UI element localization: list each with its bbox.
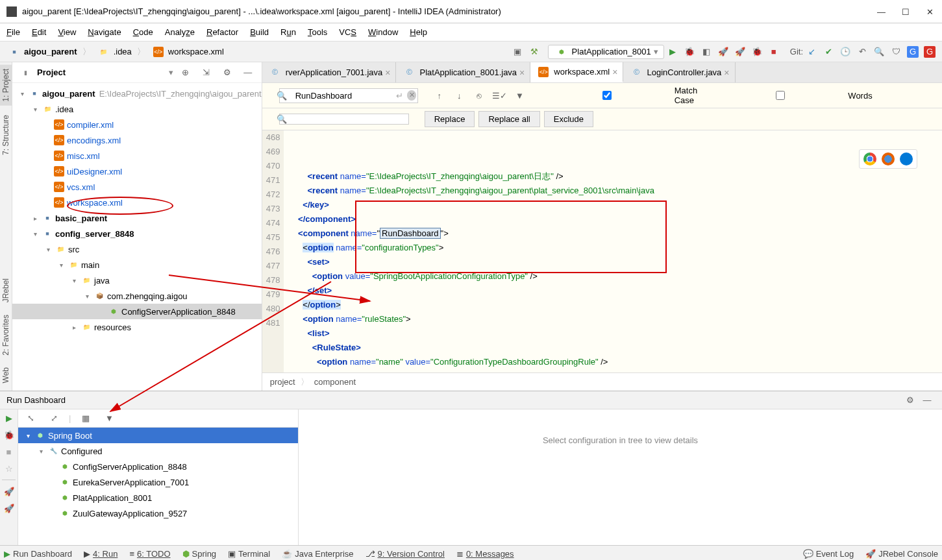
menu-edit[interactable]: Edit xyxy=(32,27,46,37)
dash-configured[interactable]: ▾🔧 Configured xyxy=(18,443,298,459)
regex-checkbox[interactable]: Regex xyxy=(883,91,942,101)
tree-file[interactable]: </>workspace.xml xyxy=(12,195,262,210)
btab-java-ee[interactable]: ☕ Java Enterprise xyxy=(282,549,353,559)
toggle-icon[interactable]: ▣ xyxy=(512,46,523,58)
menu-run[interactable]: Run xyxy=(280,27,296,37)
project-tree[interactable]: ▾■ aigou_parentE:\IdeaProjects\IT_zhengq… xyxy=(12,83,262,391)
hide-icon[interactable]: — xyxy=(242,67,254,79)
dash-root[interactable]: ▾⬢ Spring Boot xyxy=(18,428,298,443)
minimize-button[interactable]: — xyxy=(877,7,886,16)
chevron-down-icon[interactable]: ▾ xyxy=(169,67,173,77)
editor-tab[interactable]: ⒸPlatApplication_8001.java× xyxy=(396,62,530,82)
git-revert-icon[interactable]: ↶ xyxy=(856,46,868,58)
profile-icon[interactable]: 🚀 xyxy=(717,46,729,58)
code-content[interactable]: <recent name="E:\IdeaProjects\IT_zhengqi… xyxy=(284,130,942,372)
tree-basic-parent[interactable]: ▸■basic_parent xyxy=(12,210,262,226)
ide-settings-icon[interactable]: 🛡 xyxy=(890,46,902,58)
crumb-project[interactable]: project xyxy=(270,377,295,387)
dash-app[interactable]: ⬢PlatApplication_8001 xyxy=(18,490,298,505)
gear-icon[interactable]: ⚙ xyxy=(904,395,916,406)
menu-file[interactable]: File xyxy=(6,27,20,37)
crumb-project[interactable]: ■aigou_parent xyxy=(4,45,80,58)
exclude-button[interactable]: Exclude xyxy=(544,111,593,127)
expand-all-icon[interactable]: ⤡ xyxy=(25,413,36,424)
editor-tab[interactable]: ⒸrverApplication_7001.java× xyxy=(262,62,397,82)
hammer-icon[interactable]: ⚒ xyxy=(528,46,540,58)
git-update-icon[interactable]: ↙ xyxy=(806,46,817,58)
stop-button[interactable]: ■ xyxy=(768,46,780,58)
btab-event-log[interactable]: 💬 Event Log xyxy=(803,549,854,559)
match-case-checkbox[interactable]: Match Case xyxy=(542,86,706,105)
tree-package[interactable]: ▾📦com.zhengqing.aigou xyxy=(12,288,262,304)
btab-terminal[interactable]: ▣ Terminal xyxy=(228,549,270,559)
jrebel-run-icon[interactable]: 🚀 xyxy=(734,46,746,58)
crumb-file[interactable]: </>workspace.xml xyxy=(148,45,227,58)
close-tab-icon[interactable]: × xyxy=(724,67,729,78)
dash-app[interactable]: ⬢ZuulGatewayApplication_9527 xyxy=(18,505,298,521)
git-history-icon[interactable]: 🕒 xyxy=(839,46,851,58)
menu-code[interactable]: Code xyxy=(133,27,153,37)
browser-chooser[interactable] xyxy=(859,149,917,169)
add-selection-icon[interactable]: ☰✓ xyxy=(493,90,505,101)
tree-main[interactable]: ▾📁main xyxy=(12,257,262,273)
chrome-icon[interactable] xyxy=(863,152,876,165)
filter-icon[interactable]: ▼ xyxy=(514,90,525,101)
tree-file[interactable]: </>vcs.xml xyxy=(12,179,262,195)
menu-analyze[interactable]: Analyze xyxy=(165,27,195,37)
dash-app[interactable]: ⬢EurekaServerApplication_7001 xyxy=(18,474,298,490)
menu-help[interactable]: Help xyxy=(410,27,427,37)
jrebel-debug-icon[interactable]: 🐞 xyxy=(751,46,763,58)
project-panel-title[interactable]: Project xyxy=(37,67,165,77)
tree-file[interactable]: </>encodings.xml xyxy=(12,132,262,148)
tree-config-server[interactable]: ▾■config_server_8848 xyxy=(12,226,262,241)
crumb-component[interactable]: component xyxy=(314,377,356,387)
editor-tab[interactable]: ⒸLoginController.java× xyxy=(623,62,735,82)
menu-tools[interactable]: Tools xyxy=(308,27,327,37)
tree-file[interactable]: </>uiDesigner.xml xyxy=(12,164,262,179)
search-icon[interactable]: 🔍 xyxy=(873,46,885,58)
run-configuration-selector[interactable]: ⬢ PlatApplication_8001 ▾ xyxy=(548,45,664,59)
menu-vcs[interactable]: VCS xyxy=(339,27,356,37)
select-all-icon[interactable]: ⎋ xyxy=(474,90,485,101)
tree-class[interactable]: ⬢ConfigServerApplication_8848 xyxy=(12,304,262,319)
tree-src[interactable]: ▾📁src xyxy=(12,241,262,257)
menu-view[interactable]: View xyxy=(58,27,76,37)
debug-icon[interactable]: 🐞 xyxy=(3,429,15,441)
maximize-button[interactable]: ☐ xyxy=(902,7,911,16)
tree-file[interactable]: </>compiler.xml xyxy=(12,117,262,132)
replace-all-button[interactable]: Replace all xyxy=(478,111,539,127)
tree-file[interactable]: </>misc.xml xyxy=(12,148,262,164)
dashboard-tree[interactable]: ▾⬢ Spring Boot ▾🔧 Configured ⬢ConfigServ… xyxy=(18,428,298,545)
git-commit-icon[interactable]: ✔ xyxy=(823,46,834,58)
menu-refactor[interactable]: Refactor xyxy=(206,27,238,37)
tree-idea[interactable]: ▾📁.idea xyxy=(12,101,262,117)
dash-app[interactable]: ⬢ConfigServerApplication_8848 xyxy=(18,459,298,474)
gear-icon[interactable]: ⚙ xyxy=(221,67,233,79)
words-checkbox[interactable]: Words xyxy=(715,91,872,101)
menu-navigate[interactable]: Navigate xyxy=(88,27,121,37)
star-icon[interactable]: ☆ xyxy=(3,463,15,474)
group-icon[interactable]: ▦ xyxy=(80,413,92,424)
tool-favorites[interactable]: 2: Favorites xyxy=(0,311,16,359)
tool-web[interactable]: Web xyxy=(0,363,16,387)
close-tab-icon[interactable]: × xyxy=(385,67,390,78)
run-icon[interactable]: ▶ xyxy=(3,412,15,424)
translate-icon[interactable]: G xyxy=(907,46,919,58)
btab-todo[interactable]: ≡ 6: TODO xyxy=(129,549,170,559)
next-match-icon[interactable]: ↓ xyxy=(454,90,465,101)
btab-spring[interactable]: ⬢ Spring xyxy=(182,549,217,559)
btab-run-dashboard[interactable]: ▶Run Dashboard xyxy=(4,549,72,559)
replace-input[interactable] xyxy=(279,114,409,125)
close-tab-icon[interactable]: × xyxy=(612,67,617,77)
google-icon[interactable]: G xyxy=(924,46,936,58)
menu-build[interactable]: Build xyxy=(250,27,269,37)
collapse-all-icon[interactable]: ⤢ xyxy=(48,413,60,424)
close-button[interactable]: ✕ xyxy=(926,7,936,16)
run-button[interactable]: ▶ xyxy=(667,46,678,58)
locate-icon[interactable]: ⊕ xyxy=(180,67,192,79)
collapse-icon[interactable]: ⇲ xyxy=(201,67,212,79)
edge-icon[interactable] xyxy=(900,152,913,165)
tree-java[interactable]: ▾📁java xyxy=(12,273,262,288)
menu-window[interactable]: Window xyxy=(368,27,398,37)
btab-vcs[interactable]: ⎇ 9: Version Control xyxy=(366,549,445,559)
